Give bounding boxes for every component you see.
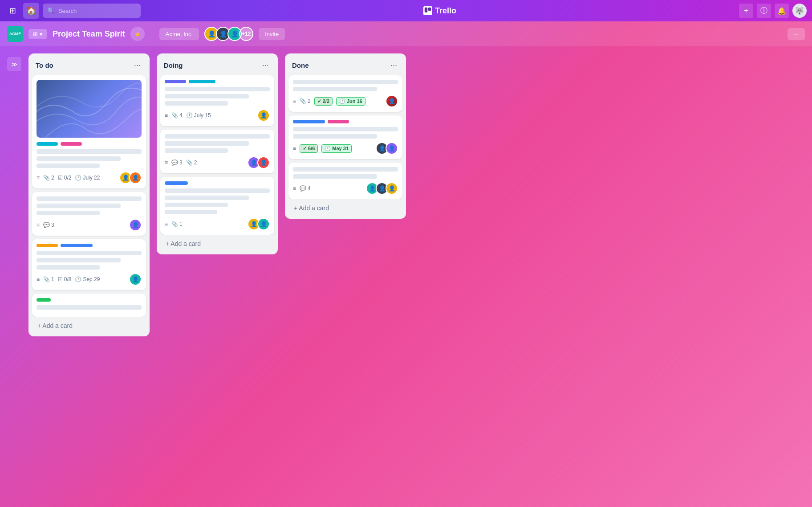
card-todo-1[interactable]: ≡ 📎 2 ☑ 0/2 🕐 July 22 👤 👤 [32, 75, 146, 188]
board-content: ≫ To do ··· ≡ 📎 2 [0, 46, 812, 507]
card-line-1 [37, 196, 142, 201]
card-line-3 [165, 148, 228, 153]
card-line-2 [165, 141, 249, 146]
trello-label: Trello [435, 6, 456, 16]
card-doing-1-meta: ≡ 📎 4 🕐 July 15 👤 [165, 109, 270, 122]
attachment-count: 2 [51, 175, 54, 181]
card-todo-4-tags [37, 298, 142, 302]
card-avatar-yellow[interactable]: 👤 [386, 182, 398, 195]
card-doing-1-avatars: 👤 [257, 109, 270, 122]
description-icon: ≡ [37, 222, 40, 228]
checklist-value: 0/8 [64, 276, 72, 282]
card-image-pattern [37, 80, 142, 138]
description-icon: ≡ [165, 221, 168, 227]
card-avatar-yellow[interactable]: 👤 [257, 109, 270, 122]
card-done-1-meta: ≡ 📎 2 ✓ 2/2 🕐 Jun 16 👤 [293, 95, 398, 107]
tag-pink [328, 120, 349, 123]
column-doing-menu[interactable]: ··· [260, 59, 271, 72]
tag-blue [61, 244, 93, 247]
grid-icon[interactable]: ⊞ [5, 4, 20, 18]
card-doing-1-progress [165, 80, 270, 83]
column-doing-cards: ≡ 📎 4 🕐 July 15 👤 ≡ 💬 3 📎 2 [157, 75, 278, 235]
add-card-done[interactable]: + Add a card [288, 201, 402, 215]
home-button[interactable]: 🏠 [23, 3, 39, 19]
comment-count: 3 [51, 222, 54, 228]
checklist-icon: ☑ 0/2 [58, 175, 72, 181]
card-done-2-meta: ≡ ✓ 6/6 🕐 May 31 👤 👤 [293, 142, 398, 155]
top-navigation: ⊞ 🏠 🔍 Search Trello + ⓘ 🔔 🐺 [0, 0, 812, 21]
description-icon: ≡ [165, 112, 168, 119]
search-icon: 🔍 [47, 7, 55, 14]
attachment-icon: 📎 1 [171, 221, 183, 227]
comment-icon: 💬 3 [171, 159, 183, 166]
card-line-3 [37, 265, 100, 270]
add-card-todo[interactable]: + Add a card [32, 319, 146, 333]
trello-logo: Trello [423, 6, 456, 16]
notifications-button[interactable]: 🔔 [775, 4, 789, 18]
card-line-1 [37, 149, 142, 154]
card-line-2 [293, 134, 377, 139]
card-line-2 [37, 156, 121, 161]
date-value: Jun 16 [347, 98, 362, 104]
progress-bar-blue [165, 181, 188, 185]
board-menu-icon: ⊞ [33, 31, 38, 37]
star-button[interactable]: ★ [130, 27, 145, 41]
card-avatar-purple[interactable]: 👤 [129, 219, 142, 231]
attachment-count: 2 [194, 159, 197, 166]
card-line-2 [293, 174, 377, 179]
card-doing-2-avatars: 👤 👤 [248, 156, 270, 169]
card-avatar-purple[interactable]: 👤 [386, 142, 398, 155]
card-doing-1[interactable]: ≡ 📎 4 🕐 July 15 👤 [160, 75, 274, 126]
card-doing-3-avatars: 👤 👤 [248, 218, 270, 230]
card-avatar-teal[interactable]: 👤 [129, 273, 142, 286]
card-todo-2[interactable]: ≡ 💬 3 👤 [32, 192, 146, 236]
board-logo: ACME [7, 26, 23, 42]
attachment-count: 1 [51, 276, 54, 282]
card-avatar-teal[interactable]: 👤 [257, 218, 270, 230]
card-done-2[interactable]: ≡ ✓ 6/6 🕐 May 31 👤 👤 [288, 115, 402, 159]
more-options-button[interactable]: ··· [788, 28, 805, 40]
date-badge: 🕐 Jun 16 [336, 97, 365, 106]
user-avatar[interactable]: 🐺 [792, 4, 807, 18]
sidebar-collapse-button[interactable]: ≫ [7, 57, 21, 71]
tag-pink [61, 142, 82, 146]
date-badge: 🕐 May 31 [321, 144, 352, 153]
card-avatar-red-beard[interactable]: 👤 [386, 95, 398, 107]
card-line-1 [165, 87, 270, 91]
card-doing-3[interactable]: ≡ 📎 1 👤 👤 [160, 177, 274, 235]
card-done-1[interactable]: ≡ 📎 2 ✓ 2/2 🕐 Jun 16 👤 [288, 75, 402, 112]
invite-button[interactable]: Invite [259, 28, 285, 40]
date-icon: 🕐 July 15 [186, 112, 211, 119]
card-avatar-red[interactable]: 👤 [257, 156, 270, 169]
info-button[interactable]: ⓘ [757, 4, 771, 18]
members-extra-count[interactable]: +12 [239, 27, 253, 41]
card-todo-3[interactable]: ≡ 📎 1 ☑ 0/8 🕐 Sep 29 👤 [32, 239, 146, 290]
checklist-badge: ✓ 6/6 [300, 144, 318, 153]
attachment-icon: 📎 2 [186, 159, 197, 166]
column-todo-menu[interactable]: ··· [132, 59, 142, 72]
attachment-count: 2 [308, 98, 311, 104]
card-doing-2[interactable]: ≡ 💬 3 📎 2 👤 👤 [160, 130, 274, 173]
board-menu-button[interactable]: ⊞ ▾ [28, 29, 47, 39]
description-icon: ≡ [293, 98, 296, 104]
card-todo-4[interactable] [32, 294, 146, 317]
workspace-button[interactable]: Acme, Inc. [159, 28, 199, 40]
add-card-doing[interactable]: + Add a card [160, 237, 274, 251]
comment-icon: 💬 3 [43, 222, 54, 228]
svg-rect-1 [428, 8, 431, 11]
date-value: May 31 [332, 146, 349, 151]
card-doing-3-progress [165, 181, 270, 185]
card-avatar-orange[interactable]: 👤 [129, 172, 142, 184]
search-bar[interactable]: 🔍 Search [43, 4, 141, 18]
card-line-4 [165, 210, 217, 214]
column-todo-title: To do [36, 61, 53, 69]
card-line-1 [37, 251, 142, 255]
card-line-2 [293, 87, 377, 91]
card-done-3[interactable]: ≡ 💬 4 👤 👤 👤 [288, 163, 402, 199]
date-value: July 22 [83, 175, 100, 181]
attachment-icon: 📎 4 [171, 112, 183, 119]
tag-yellow [37, 244, 58, 247]
add-button[interactable]: + [739, 4, 753, 18]
column-done-menu[interactable]: ··· [389, 59, 399, 72]
board-header: ACME ⊞ ▾ Project Team Spirit ★ Acme, Inc… [0, 21, 812, 46]
